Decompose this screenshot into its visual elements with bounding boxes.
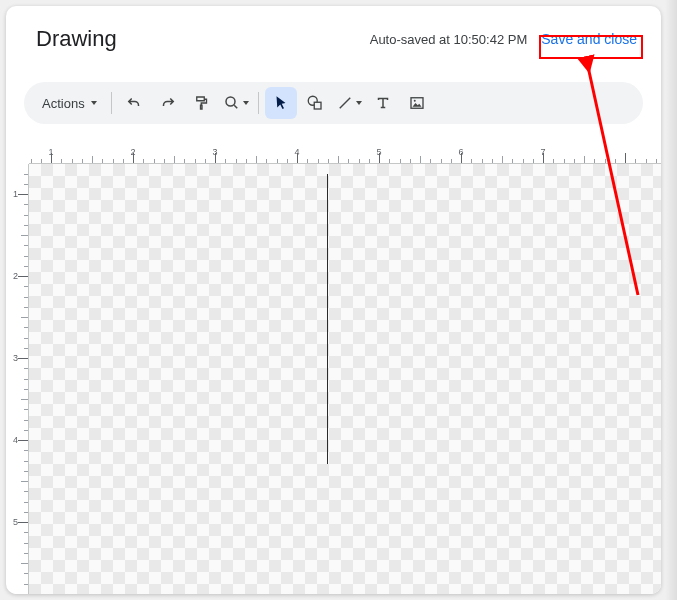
image-icon — [408, 94, 426, 112]
drawing-canvas[interactable] — [29, 164, 661, 594]
toolbar-divider — [258, 92, 259, 114]
horizontal-ruler: 1234567 — [29, 148, 661, 164]
undo-button[interactable] — [118, 87, 150, 119]
workspace: 1234567 12345 — [6, 148, 661, 594]
zoom-button[interactable] — [220, 87, 252, 119]
paint-format-button[interactable] — [186, 87, 218, 119]
shape-icon — [306, 94, 324, 112]
dialog-header: Drawing Auto-saved at 10:50:42 PM Save a… — [6, 6, 661, 62]
image-button[interactable] — [401, 87, 433, 119]
ruler-h-label: 2 — [130, 148, 135, 157]
svg-point-0 — [226, 97, 235, 106]
text-box-button[interactable] — [367, 87, 399, 119]
svg-point-4 — [413, 100, 415, 102]
ruler-v-label: 2 — [13, 271, 18, 281]
save-and-close-button[interactable]: Save and close — [537, 29, 641, 49]
vertical-ruler: 12345 — [13, 164, 29, 594]
drawing-dialog: Drawing Auto-saved at 10:50:42 PM Save a… — [6, 6, 661, 594]
paint-roller-icon — [193, 94, 211, 112]
ruler-v-label: 5 — [13, 517, 18, 527]
shape-tool-button[interactable] — [299, 87, 331, 119]
cursor-icon — [272, 94, 290, 112]
redo-icon — [159, 94, 177, 112]
ruler-h-label: 5 — [376, 148, 381, 157]
actions-menu-button[interactable]: Actions — [34, 87, 105, 119]
caret-down-icon — [243, 101, 249, 105]
drawn-vertical-line[interactable] — [327, 174, 328, 464]
autosave-status: Auto-saved at 10:50:42 PM — [370, 32, 528, 47]
ruler-v-label: 3 — [13, 353, 18, 363]
svg-rect-2 — [314, 102, 321, 109]
redo-button[interactable] — [152, 87, 184, 119]
ruler-h-label: 1 — [48, 148, 53, 157]
line-tool-button[interactable] — [333, 87, 365, 119]
actions-label: Actions — [42, 96, 85, 111]
text-icon — [374, 94, 392, 112]
ruler-h-label: 3 — [212, 148, 217, 157]
select-tool-button[interactable] — [265, 87, 297, 119]
ruler-v-label: 1 — [13, 189, 18, 199]
ruler-h-label: 7 — [540, 148, 545, 157]
zoom-icon — [223, 94, 241, 112]
dialog-title: Drawing — [36, 26, 117, 52]
ruler-h-label: 4 — [294, 148, 299, 157]
toolbar: Actions — [24, 82, 643, 124]
ruler-v-label: 4 — [13, 435, 18, 445]
toolbar-divider — [111, 92, 112, 114]
caret-down-icon — [91, 101, 97, 105]
scroll-shadow — [665, 0, 677, 600]
line-icon — [336, 94, 354, 112]
ruler-h-label: 6 — [458, 148, 463, 157]
caret-down-icon — [356, 101, 362, 105]
undo-icon — [125, 94, 143, 112]
